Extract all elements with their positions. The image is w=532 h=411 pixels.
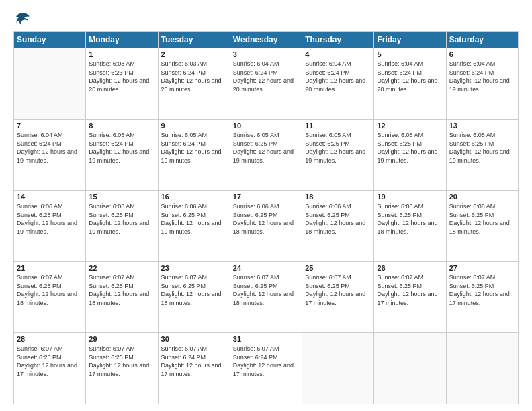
day-number: 6 [449,50,515,58]
day-number: 15 [89,193,154,201]
day-cell: 7Sunrise: 6:04 AMSunset: 6:24 PMDaylight… [14,120,86,191]
day-info: Sunrise: 6:05 AMSunset: 6:25 PMDaylight:… [377,131,443,165]
day-info: Sunrise: 6:07 AMSunset: 6:24 PMDaylight:… [161,345,227,378]
day-cell: 12Sunrise: 6:05 AMSunset: 6:25 PMDayligh… [374,120,446,191]
day-cell: 4Sunrise: 6:04 AMSunset: 6:24 PMDaylight… [302,48,374,120]
week-row-2: 7Sunrise: 6:04 AMSunset: 6:24 PMDaylight… [14,120,519,191]
day-info: Sunrise: 6:06 AMSunset: 6:25 PMDaylight:… [17,202,83,236]
day-number: 12 [377,122,443,130]
day-number: 8 [89,122,154,130]
day-info: Sunrise: 6:07 AMSunset: 6:25 PMDaylight:… [17,345,83,378]
column-header-thursday: Thursday [302,32,374,48]
day-cell: 5Sunrise: 6:04 AMSunset: 6:24 PMDaylight… [374,48,446,120]
day-info: Sunrise: 6:07 AMSunset: 6:25 PMDaylight:… [233,273,299,307]
day-number: 10 [233,122,299,130]
day-cell: 22Sunrise: 6:07 AMSunset: 6:25 PMDayligh… [86,262,158,333]
day-cell: 27Sunrise: 6:07 AMSunset: 6:25 PMDayligh… [446,262,518,333]
day-cell: 30Sunrise: 6:07 AMSunset: 6:24 PMDayligh… [158,333,230,404]
day-info: Sunrise: 6:06 AMSunset: 6:25 PMDaylight:… [161,202,227,236]
day-number: 18 [305,193,371,201]
header [13,11,519,24]
column-header-sunday: Sunday [14,32,86,48]
day-info: Sunrise: 6:05 AMSunset: 6:25 PMDaylight:… [233,131,299,165]
day-cell: 6Sunrise: 6:04 AMSunset: 6:24 PMDaylight… [446,48,518,120]
day-info: Sunrise: 6:06 AMSunset: 6:25 PMDaylight:… [305,202,371,236]
day-cell: 2Sunrise: 6:03 AMSunset: 6:24 PMDaylight… [158,48,230,120]
day-info: Sunrise: 6:05 AMSunset: 6:25 PMDaylight:… [449,131,515,165]
day-info: Sunrise: 6:06 AMSunset: 6:25 PMDaylight:… [233,202,299,236]
day-cell: 26Sunrise: 6:07 AMSunset: 6:25 PMDayligh… [374,262,446,333]
day-info: Sunrise: 6:04 AMSunset: 6:24 PMDaylight:… [305,60,371,93]
day-cell [302,333,374,404]
day-number: 4 [305,50,371,58]
column-header-wednesday: Wednesday [230,32,302,48]
day-number: 5 [377,50,443,58]
day-cell: 25Sunrise: 6:07 AMSunset: 6:25 PMDayligh… [302,262,374,333]
day-cell: 13Sunrise: 6:05 AMSunset: 6:25 PMDayligh… [446,120,518,191]
day-cell: 15Sunrise: 6:06 AMSunset: 6:25 PMDayligh… [86,191,158,262]
day-cell: 20Sunrise: 6:06 AMSunset: 6:25 PMDayligh… [446,191,518,262]
day-number: 26 [377,264,443,272]
day-cell: 14Sunrise: 6:06 AMSunset: 6:25 PMDayligh… [14,191,86,262]
day-cell: 8Sunrise: 6:05 AMSunset: 6:24 PMDaylight… [86,120,158,191]
day-cell: 10Sunrise: 6:05 AMSunset: 6:25 PMDayligh… [230,120,302,191]
day-number: 7 [17,122,83,130]
day-cell: 18Sunrise: 6:06 AMSunset: 6:25 PMDayligh… [302,191,374,262]
day-number: 31 [233,335,299,343]
day-cell: 24Sunrise: 6:07 AMSunset: 6:25 PMDayligh… [230,262,302,333]
day-cell: 23Sunrise: 6:07 AMSunset: 6:25 PMDayligh… [158,262,230,333]
day-number: 24 [233,264,299,272]
day-info: Sunrise: 6:07 AMSunset: 6:25 PMDaylight:… [89,273,154,307]
day-cell: 29Sunrise: 6:07 AMSunset: 6:25 PMDayligh… [86,333,158,404]
day-info: Sunrise: 6:04 AMSunset: 6:24 PMDaylight:… [233,60,299,93]
day-info: Sunrise: 6:06 AMSunset: 6:25 PMDaylight:… [377,202,443,236]
week-row-5: 28Sunrise: 6:07 AMSunset: 6:25 PMDayligh… [14,333,519,404]
day-cell: 17Sunrise: 6:06 AMSunset: 6:25 PMDayligh… [230,191,302,262]
day-info: Sunrise: 6:05 AMSunset: 6:24 PMDaylight:… [161,131,227,165]
week-row-1: 1Sunrise: 6:03 AMSunset: 6:23 PMDaylight… [14,48,519,120]
day-info: Sunrise: 6:07 AMSunset: 6:25 PMDaylight:… [377,273,443,307]
day-cell: 19Sunrise: 6:06 AMSunset: 6:25 PMDayligh… [374,191,446,262]
calendar-table: SundayMondayTuesdayWednesdayThursdayFrid… [13,31,519,404]
day-info: Sunrise: 6:07 AMSunset: 6:25 PMDaylight:… [449,273,515,307]
day-cell: 31Sunrise: 6:07 AMSunset: 6:24 PMDayligh… [230,333,302,404]
day-number: 30 [161,335,227,343]
column-header-tuesday: Tuesday [158,32,230,48]
day-number: 13 [449,122,515,130]
day-cell: 3Sunrise: 6:04 AMSunset: 6:24 PMDaylight… [230,48,302,120]
logo-bird-icon [15,11,31,27]
day-number: 23 [161,264,227,272]
day-info: Sunrise: 6:05 AMSunset: 6:25 PMDaylight:… [305,131,371,165]
day-info: Sunrise: 6:06 AMSunset: 6:25 PMDaylight:… [89,202,154,236]
day-info: Sunrise: 6:03 AMSunset: 6:23 PMDaylight:… [89,60,154,93]
column-header-monday: Monday [86,32,158,48]
day-info: Sunrise: 6:04 AMSunset: 6:24 PMDaylight:… [377,60,443,93]
day-number: 17 [233,193,299,201]
page: SundayMondayTuesdayWednesdayThursdayFrid… [0,0,532,411]
week-row-4: 21Sunrise: 6:07 AMSunset: 6:25 PMDayligh… [14,262,519,333]
day-cell [14,48,86,120]
day-number: 3 [233,50,299,58]
day-number: 11 [305,122,371,130]
day-info: Sunrise: 6:07 AMSunset: 6:25 PMDaylight:… [17,273,83,307]
day-cell: 9Sunrise: 6:05 AMSunset: 6:24 PMDaylight… [158,120,230,191]
day-cell [374,333,446,404]
day-number: 1 [89,50,154,58]
day-info: Sunrise: 6:07 AMSunset: 6:25 PMDaylight:… [161,273,227,307]
day-info: Sunrise: 6:04 AMSunset: 6:24 PMDaylight:… [17,131,83,165]
day-number: 16 [161,193,227,201]
day-number: 29 [89,335,154,343]
column-header-saturday: Saturday [446,32,518,48]
day-info: Sunrise: 6:07 AMSunset: 6:24 PMDaylight:… [233,345,299,378]
day-cell [446,333,518,404]
day-info: Sunrise: 6:05 AMSunset: 6:24 PMDaylight:… [89,131,154,165]
day-number: 9 [161,122,227,130]
day-number: 27 [449,264,515,272]
logo [13,11,31,24]
day-number: 22 [89,264,154,272]
day-number: 14 [17,193,83,201]
day-number: 20 [449,193,515,201]
day-info: Sunrise: 6:07 AMSunset: 6:25 PMDaylight:… [305,273,371,307]
day-number: 28 [17,335,83,343]
day-info: Sunrise: 6:07 AMSunset: 6:25 PMDaylight:… [89,345,154,378]
